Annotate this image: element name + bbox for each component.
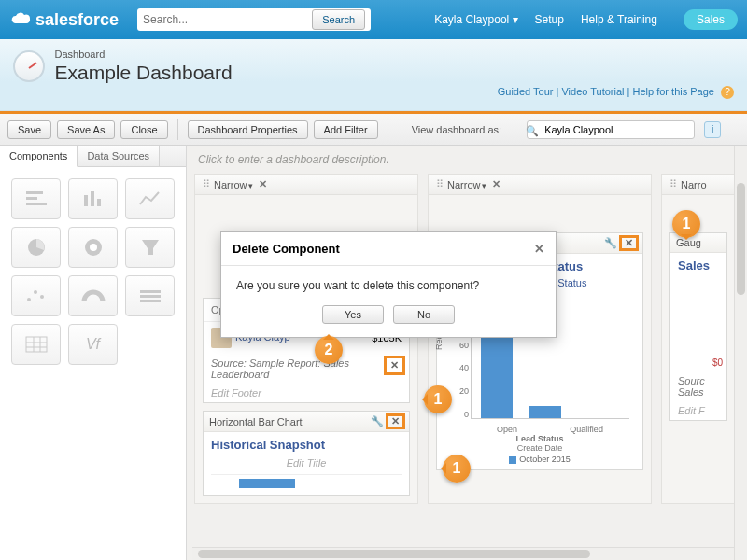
svg-rect-1: [26, 197, 37, 200]
column-close-icon[interactable]: ✕: [259, 178, 267, 190]
x-axis-sublabel: Create Date: [444, 443, 635, 453]
wrench-icon[interactable]: 🔧: [371, 415, 384, 427]
vbar-icon[interactable]: [68, 178, 118, 219]
dashboard-canvas: Click to enter a dashboard description. …: [187, 146, 747, 560]
widget-delete-icon[interactable]: ✕: [386, 357, 403, 373]
global-search[interactable]: Search: [137, 8, 371, 31]
setup-link[interactable]: Setup: [535, 13, 564, 26]
search-button[interactable]: Search: [312, 9, 365, 30]
close-button[interactable]: Close: [120, 120, 167, 139]
left-tabs: Components Data Sources: [0, 146, 186, 167]
svg-rect-14: [140, 295, 161, 298]
svg-point-8: [90, 244, 97, 251]
horizontal-scrollbar[interactable]: [192, 547, 734, 560]
help-icon[interactable]: ?: [721, 86, 734, 99]
line-icon[interactable]: [125, 178, 175, 219]
save-button[interactable]: Save: [7, 120, 51, 139]
edit-footer[interactable]: Edit Footer: [204, 384, 409, 402]
save-as-button[interactable]: Save As: [57, 120, 115, 139]
funnel-icon[interactable]: [125, 227, 175, 268]
bar-qualified: [529, 406, 561, 418]
table-icon[interactable]: [11, 324, 61, 365]
scatter-icon[interactable]: [11, 275, 61, 316]
help-training-link[interactable]: Help & Training: [581, 13, 657, 26]
dashboard-properties-button[interactable]: Dashboard Properties: [188, 120, 308, 139]
chevron-down-icon: ▾: [513, 13, 518, 26]
callout-1c: 1: [443, 455, 471, 483]
svg-rect-3: [84, 195, 88, 206]
video-tutorial-link[interactable]: Video Tutorial: [561, 86, 624, 97]
widget-source: Sourc Sales: [670, 371, 726, 401]
column-width-dropdown[interactable]: Narrow: [214, 179, 253, 190]
app-pill-sales[interactable]: Sales: [684, 9, 738, 30]
left-panel: Components Data Sources Vf: [0, 146, 187, 560]
dialog-title: Delete Component: [233, 242, 340, 256]
callout-1b: 1: [424, 385, 452, 413]
svg-point-12: [40, 295, 44, 299]
vf-icon[interactable]: Vf: [68, 324, 118, 365]
info-icon[interactable]: i: [704, 121, 721, 138]
widget-title[interactable]: Historical Snapshot: [211, 438, 402, 452]
salesforce-logo: salesforce: [9, 10, 119, 30]
tab-data-sources[interactable]: Data Sources: [78, 146, 160, 166]
yes-button[interactable]: Yes: [322, 305, 384, 324]
gauge-value: $0: [712, 357, 723, 368]
user-menu[interactable]: Kayla Claypool ▾: [434, 13, 517, 26]
dashboard-gauge-icon: [13, 50, 45, 82]
dialog-close-icon[interactable]: ✕: [534, 242, 544, 256]
metric-icon[interactable]: [125, 275, 175, 316]
donut-icon[interactable]: [68, 227, 118, 268]
column-width-dropdown[interactable]: Narro: [681, 179, 707, 190]
main-area: Components Data Sources Vf Click to ente…: [0, 146, 747, 560]
edit-title[interactable]: Edit Title: [211, 457, 402, 469]
gauge-icon[interactable]: [68, 275, 118, 316]
wrench-icon[interactable]: 🔧: [604, 237, 617, 249]
breadcrumb: Dashboard: [54, 49, 232, 60]
dashboard-description[interactable]: Click to enter a dashboard description.: [187, 146, 747, 174]
svg-rect-0: [26, 191, 43, 194]
svg-rect-15: [140, 300, 161, 302]
hbar-icon[interactable]: [11, 178, 61, 219]
svg-marker-9: [142, 240, 159, 255]
column-1: ⠿ Narrow ✕ Opportunity Owner Sum of Amou…: [194, 174, 418, 504]
chart-legend: October 2015: [444, 455, 635, 464]
widget-delete-icon[interactable]: ✕: [621, 237, 637, 249]
widget-type-label: Horizontal Bar Chart: [209, 416, 371, 427]
delete-component-dialog: Delete Component ✕ Are you sure you want…: [220, 231, 557, 338]
callout-2: 2: [315, 336, 343, 364]
divider: [177, 119, 178, 140]
column-header: ⠿ Narrow ✕: [195, 175, 417, 195]
top-bar: salesforce Search Kayla Claypool ▾ Setup…: [0, 0, 747, 39]
edit-footer[interactable]: Edit F: [670, 401, 726, 420]
widget-gauge: Gaug Sales $0 Sourc Sales Edit F: [669, 232, 727, 421]
component-palette: Vf: [0, 167, 186, 376]
column-header: ⠿ Narrow ✕: [429, 175, 651, 195]
svg-rect-5: [97, 199, 101, 206]
callout-1a: 1: [672, 210, 700, 238]
add-filter-button[interactable]: Add Filter: [314, 120, 378, 139]
help-links: Guided Tour | Video Tutorial | Help for …: [498, 86, 734, 99]
dialog-message: Are you sure you want to delete this com…: [221, 266, 556, 305]
drag-handle-icon[interactable]: ⠿: [203, 178, 210, 190]
no-button[interactable]: No: [393, 305, 455, 324]
svg-point-11: [34, 290, 37, 294]
column-header: ⠿ Narro: [662, 175, 735, 195]
search-input[interactable]: [143, 13, 311, 26]
column-close-icon[interactable]: ✕: [492, 178, 500, 190]
x-tick: Qualified: [570, 425, 603, 434]
drag-handle-icon[interactable]: ⠿: [669, 178, 677, 190]
drag-handle-icon[interactable]: ⠿: [436, 178, 444, 190]
search-icon: 🔍: [526, 125, 539, 136]
widget-title[interactable]: Sales: [678, 259, 719, 273]
x-tick: Open: [497, 425, 517, 434]
vertical-scrollbar[interactable]: [734, 146, 747, 560]
tab-components[interactable]: Components: [0, 146, 78, 167]
guided-tour-link[interactable]: Guided Tour: [498, 86, 554, 97]
widget-delete-icon[interactable]: ✕: [388, 415, 403, 427]
svg-rect-2: [26, 203, 47, 205]
view-as-input[interactable]: [527, 120, 695, 139]
bar-preview: [239, 479, 295, 488]
pie-icon[interactable]: [11, 227, 61, 268]
column-width-dropdown[interactable]: Narrow: [447, 179, 486, 190]
help-page-link[interactable]: Help for this Page: [633, 86, 714, 97]
